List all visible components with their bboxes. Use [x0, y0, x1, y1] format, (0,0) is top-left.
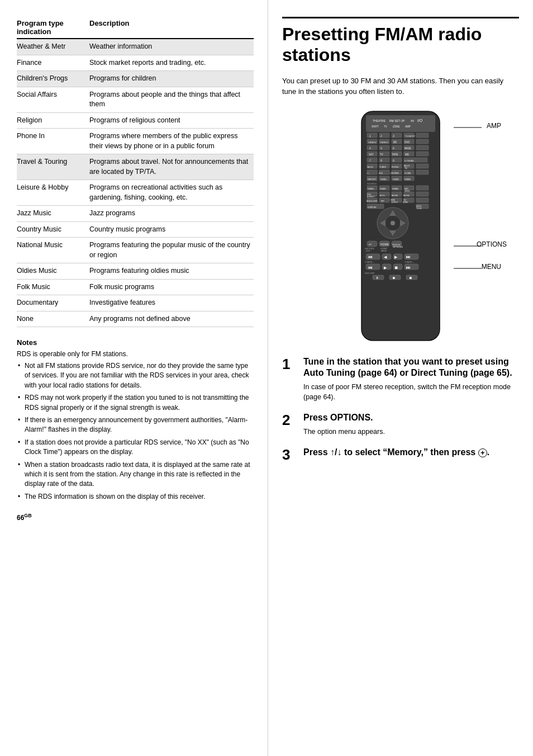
list-item: Not all FM stations provide RDS service,…	[17, 361, 254, 390]
svg-text:EXIT: EXIT	[366, 250, 371, 252]
program-type: Country Music	[17, 221, 89, 238]
program-type: Folk Music	[17, 279, 89, 295]
svg-text:IN: IN	[405, 167, 407, 169]
svg-text:↩: ↩	[369, 243, 372, 246]
svg-text:⏹: ⏹	[409, 276, 412, 280]
svg-text:•DISPLAY: •DISPLAY	[368, 206, 377, 209]
col-desc-header: Description	[89, 17, 254, 39]
program-type: Phone In	[17, 129, 89, 154]
table-row: Country MusicCountry music programs	[17, 221, 254, 238]
program-table: Program type indication Description Weat…	[17, 17, 254, 327]
svg-text:.-/--: .-/--	[367, 172, 370, 174]
program-type: Weather & Metr	[17, 39, 89, 55]
svg-text:.9: .9	[392, 159, 394, 162]
table-row: FinanceStock market reports and trading,…	[17, 55, 254, 71]
program-desc: Stock market reports and trading, etc.	[89, 55, 254, 71]
svg-text:PIP: PIP	[381, 200, 384, 202]
svg-text:.7: .7	[369, 159, 371, 162]
svg-text:THEATRE: THEATRE	[373, 119, 386, 122]
table-row: Phone InPrograms where members of the pu…	[17, 129, 254, 154]
steps-container: 1Tune in the station that you want to pr…	[282, 356, 519, 463]
svg-text:TUNING –: TUNING –	[365, 261, 374, 263]
step-heading: Press OPTIONS.	[303, 412, 519, 424]
notes-title: Notes	[17, 338, 254, 347]
step-number: 1	[282, 356, 298, 372]
table-row: DocumentaryInvestigative features	[17, 295, 254, 311]
svg-text:MUSIC: MUSIC	[403, 195, 410, 197]
svg-text:TAPE: TAPE	[392, 153, 398, 156]
svg-text:.8: .8	[380, 159, 382, 162]
svg-text:CLICK: CLICK	[417, 207, 422, 210]
step-1: 1Tune in the station that you want to pr…	[282, 356, 519, 403]
svg-text:RM SET UP: RM SET UP	[389, 119, 405, 122]
svg-text:MENU: MENU	[381, 250, 387, 252]
step-3: 3Press ↑/↓ to select “Memory,” then pres…	[282, 447, 519, 463]
program-desc: Programs featuring oldies music	[89, 263, 254, 280]
svg-rect-68	[416, 170, 429, 174]
step-content: Tune in the station that you want to pre…	[303, 356, 519, 403]
svg-text:HDMI5: HDMI5	[380, 188, 386, 190]
program-desc: Programs featuring the popular music of …	[89, 238, 254, 263]
svg-text:VIDEO2: VIDEO2	[380, 141, 388, 144]
svg-text:BD: BD	[393, 141, 397, 144]
svg-text:AV: AV	[411, 119, 415, 122]
svg-text:DMPORT: DMPORT	[368, 178, 377, 181]
svg-text:A.F.D.: A.F.D.	[380, 195, 386, 197]
svg-rect-58	[416, 164, 429, 168]
svg-text:TV INPUT: TV INPUT	[405, 135, 416, 138]
svg-text:.4: .4	[369, 147, 371, 150]
svg-text:PHONO: PHONO	[392, 166, 399, 168]
svg-text:HDMI2: HDMI2	[393, 178, 399, 181]
remote-illustration: THEATRE RM SET UP AV I/O SHIFT TV ZONE A…	[345, 108, 456, 343]
svg-rect-14	[416, 133, 429, 138]
svg-text:⏹: ⏹	[394, 266, 398, 270]
table-row: Leisure & HobbyPrograms on recreational …	[17, 180, 254, 206]
step-content: Press ↑/↓ to select “Memory,” then press…	[303, 447, 519, 461]
page-number: 66GB	[17, 513, 254, 522]
table-row: Children's ProgsPrograms for children	[17, 71, 254, 87]
svg-text:.5: .5	[380, 147, 382, 150]
svg-text:MD: MD	[405, 153, 410, 156]
list-item: If a station does not provide a particul…	[17, 438, 254, 457]
svg-rect-41	[416, 152, 429, 156]
svg-text:.3: .3	[392, 135, 394, 138]
svg-text:MOVIE: MOVIE	[392, 195, 398, 197]
intro-text: You can preset up to 30 FM and 30 AM sta…	[282, 75, 519, 97]
svg-text:DISC SKIP: DISC SKIP	[365, 272, 375, 275]
program-type: Finance	[17, 55, 89, 71]
svg-text:⏮: ⏮	[368, 265, 373, 270]
svg-text:SHIFT: SHIFT	[372, 125, 379, 128]
table-row: Weather & MetrWeather information	[17, 39, 254, 55]
program-desc: Programs about travel. Not for announcem…	[89, 154, 254, 180]
svg-text:TUNER: TUNER	[379, 166, 387, 168]
remote-label-options: OPTIONS	[477, 240, 507, 248]
svg-text:.2: .2	[380, 135, 382, 138]
svg-text:SA-CD: SA-CD	[367, 166, 373, 168]
svg-text:HDMI3: HDMI3	[404, 178, 411, 181]
svg-text:TV: TV	[380, 153, 383, 156]
program-type: Documentary	[17, 295, 89, 311]
program-desc: Programs for children	[89, 71, 254, 87]
amp-arrow	[454, 124, 487, 131]
left-panel: Program type indication Description Weat…	[0, 0, 268, 756]
program-type: National Music	[17, 238, 89, 263]
list-item: If there is an emergency announcement by…	[17, 415, 254, 435]
step-heading: Press ↑/↓ to select “Memory,” then press…	[303, 447, 519, 459]
col-type-header: Program type indication	[17, 17, 89, 39]
program-desc: Programs of religious content	[89, 112, 254, 129]
step-number: 2	[282, 412, 298, 428]
svg-text:TUNING +: TUNING +	[404, 261, 413, 263]
step-heading: Tune in the station that you want to pre…	[303, 356, 519, 380]
program-desc: Jazz programs	[89, 206, 254, 222]
svg-rect-96	[416, 192, 429, 196]
svg-text:⏺: ⏺	[392, 276, 396, 280]
program-desc: Programs where members of the public exp…	[89, 129, 254, 154]
program-desc: Investigative features	[89, 295, 254, 311]
svg-text:⏭: ⏭	[406, 265, 411, 270]
svg-text:VIDEO1: VIDEO1	[368, 141, 377, 144]
table-row: Oldies MusicPrograms featuring oldies mu…	[17, 263, 254, 280]
svg-text:AMP: AMP	[405, 125, 411, 128]
svg-text:-0/10: -0/10	[378, 172, 383, 174]
svg-rect-32	[416, 145, 429, 150]
svg-text:DVD: DVD	[404, 141, 410, 144]
